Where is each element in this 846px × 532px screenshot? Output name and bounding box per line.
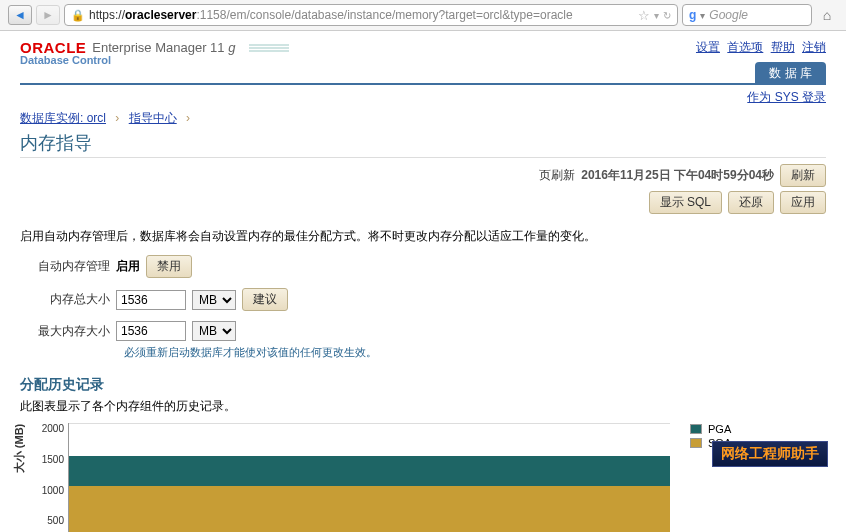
sga-area (69, 486, 670, 532)
total-mem-unit-select[interactable]: MB (192, 290, 236, 310)
header: ORACLE Enterprise Manager 11 g Database … (20, 39, 826, 84)
login-as: 作为 SYS 登录 (20, 89, 826, 106)
legend-swatch-pga (690, 424, 702, 434)
refresh-timestamp: 2016年11月25日 下午04时59分04秒 (581, 167, 774, 184)
search-placeholder: Google (709, 8, 748, 22)
refresh-button[interactable]: 刷新 (780, 164, 826, 187)
forward-button[interactable]: ► (36, 5, 60, 25)
tab-database[interactable]: 数 据 库 (755, 62, 826, 84)
link-logout[interactable]: 注销 (802, 40, 826, 54)
auto-mem-label: 自动内存管理 (20, 258, 110, 275)
search-input[interactable]: g▾ Google (682, 4, 812, 26)
tip-note: 必须重新启动数据库才能使对该值的任何更改生效。 (124, 345, 826, 360)
breadcrumb-db-instance[interactable]: 数据库实例: orcl (20, 111, 106, 125)
description: 启用自动内存管理后，数据库将会自动设置内存的最佳分配方式。将不时更改内存分配以适… (20, 228, 826, 245)
home-icon[interactable]: ⌂ (816, 5, 838, 25)
chart: 大小 (MB) 2000 1500 1000 500 0 (20, 423, 826, 532)
total-mem-label: 内存总大小 (20, 291, 110, 308)
breadcrumb-sep: › (186, 111, 190, 125)
lock-icon: 🔒 (71, 9, 85, 22)
pga-area (69, 456, 670, 486)
advice-button[interactable]: 建议 (242, 288, 288, 311)
max-mem-label: 最大内存大小 (20, 323, 110, 340)
action-buttons: 显示 SQL 还原 应用 (20, 191, 826, 214)
page-title: 内存指导 (20, 131, 826, 158)
breadcrumb-sep: › (115, 111, 119, 125)
url-text: https://oracleserver:1158/em/console/dat… (89, 8, 634, 22)
section-sub: 此图表显示了各个内存组件的历史记录。 (20, 398, 826, 415)
logo-bars-icon (249, 43, 289, 53)
max-mem-input[interactable] (116, 321, 186, 341)
max-mem-unit-select[interactable]: MB (192, 321, 236, 341)
url-dropdown-icon[interactable]: ▾ (654, 10, 659, 21)
back-button[interactable]: ◄ (8, 5, 32, 25)
section-heading: 分配历史记录 (20, 376, 826, 394)
subtitle: Database Control (20, 54, 289, 66)
link-settings[interactable]: 设置 (696, 40, 720, 54)
breadcrumb-advisor[interactable]: 指导中心 (129, 111, 177, 125)
refresh-row: 页刷新 2016年11月25日 下午04时59分04秒 刷新 (20, 164, 826, 187)
watermark: 网络工程师助手 (712, 441, 828, 467)
link-preferences[interactable]: 首选项 (727, 40, 763, 54)
restore-button[interactable]: 还原 (728, 191, 774, 214)
auto-mem-status: 启用 (116, 258, 140, 275)
chart-area: 大小 (MB) 2000 1500 1000 500 0 (20, 423, 670, 532)
reload-icon[interactable]: ↻ (663, 10, 671, 21)
refresh-label: 页刷新 (539, 167, 575, 184)
apply-button[interactable]: 应用 (780, 191, 826, 214)
total-mem-input[interactable] (116, 290, 186, 310)
browser-bar: ◄ ► 🔒 https://oracleserver:1158/em/conso… (0, 0, 846, 31)
total-memory-row: 内存总大小 MB 建议 (20, 288, 826, 311)
bookmark-icon[interactable]: ☆ (638, 8, 650, 23)
max-memory-row: 最大内存大小 MB (20, 321, 826, 341)
chart-ylabel: 大小 (MB) (12, 424, 27, 474)
google-icon: g (689, 8, 696, 22)
product-name: Enterprise Manager 11 g (92, 40, 235, 55)
auto-memory-row: 自动内存管理 启用 禁用 (20, 255, 826, 278)
url-input[interactable]: 🔒 https://oracleserver:1158/em/console/d… (64, 4, 678, 26)
chart-yticks: 2000 1500 1000 500 0 (30, 423, 64, 532)
logo-block: ORACLE Enterprise Manager 11 g Database … (20, 39, 289, 66)
link-help[interactable]: 帮助 (771, 40, 795, 54)
legend-pga: PGA (690, 423, 731, 435)
show-sql-button[interactable]: 显示 SQL (649, 191, 722, 214)
chart-plot (68, 423, 670, 532)
breadcrumb: 数据库实例: orcl › 指导中心 › (20, 110, 826, 127)
top-links: 设置 首选项 帮助 注销 (692, 39, 826, 56)
disable-button[interactable]: 禁用 (146, 255, 192, 278)
legend-swatch-sga (690, 438, 702, 448)
